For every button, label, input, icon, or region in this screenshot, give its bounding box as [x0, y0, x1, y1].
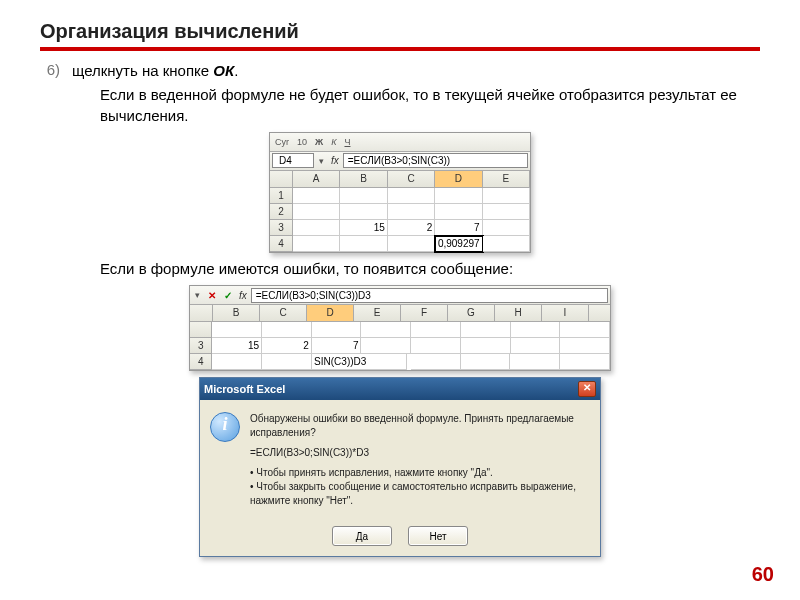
row-1[interactable]: 1 [270, 188, 293, 204]
col-f[interactable]: F [401, 305, 448, 321]
col-c[interactable]: C [260, 305, 307, 321]
row-4b[interactable]: 4 [190, 354, 212, 370]
col-b[interactable]: B [340, 171, 387, 187]
cell-b3[interactable]: 15 [340, 220, 387, 236]
dialog-title-text: Microsoft Excel [204, 383, 285, 395]
col-a[interactable]: A [293, 171, 340, 187]
col-d[interactable]: D [435, 171, 482, 187]
list-number: 6) [40, 61, 60, 78]
col-e[interactable]: E [483, 171, 530, 187]
col-g[interactable]: G [448, 305, 495, 321]
page-number: 60 [752, 563, 774, 586]
column-headers: A B C D E [270, 171, 530, 188]
column-headers-2: B C D E F G H I [190, 305, 610, 322]
dialog-message: Обнаружены ошибки во введенной формуле. … [250, 412, 590, 508]
fx-icon[interactable]: fx [237, 290, 249, 301]
cancel-icon[interactable]: ✕ [205, 290, 219, 301]
toolbar-row-partial: Cyr 10 Ж К Ч [270, 133, 530, 152]
body-line-1: щелкнуть на кнопке ОК. [72, 61, 238, 81]
name-box[interactable]: D4 [272, 153, 314, 168]
underline-icon: Ч [341, 137, 353, 147]
body-line-1a: щелкнуть на кнопке [72, 62, 213, 79]
font-size: 10 [294, 137, 310, 147]
dropdown-icon[interactable]: ▾ [192, 290, 203, 300]
col-h[interactable]: H [495, 305, 542, 321]
formula-bar-2[interactable]: =ЕСЛИ(B3>0;SIN(C3))D3 [251, 288, 608, 303]
excel-snippet-1: Cyr 10 Ж К Ч D4 ▾ fx =ЕСЛИ(B3>0;SIN(C3))… [269, 132, 531, 253]
col-c[interactable]: C [388, 171, 435, 187]
dialog-titlebar: Microsoft Excel ✕ [200, 378, 600, 400]
row-3[interactable]: 3 [270, 220, 293, 236]
bold-icon: Ж [312, 137, 326, 147]
yes-button[interactable]: Да [332, 526, 392, 546]
cell2-d4[interactable]: SIN(C3))D3 [312, 354, 407, 370]
row-2[interactable]: 2 [270, 204, 293, 220]
close-icon[interactable]: ✕ [578, 381, 596, 397]
ok-label: ОК [213, 62, 234, 79]
col-e[interactable]: E [354, 305, 401, 321]
col-d[interactable]: D [307, 305, 354, 321]
dialog-bullet-1: • Чтобы принять исправления, нажмите кно… [250, 466, 590, 480]
slide-title: Организация вычислений [40, 20, 760, 43]
italic-icon: К [328, 137, 339, 147]
error-dialog: Microsoft Excel ✕ Обнаружены ошибки во в… [199, 377, 601, 557]
col-b[interactable]: B [213, 305, 260, 321]
dialog-bullet-2: • Чтобы закрыть сообщение и самостоятель… [250, 480, 590, 508]
title-underline [40, 47, 760, 51]
cell2-c3[interactable]: 2 [262, 338, 312, 354]
info-icon [210, 412, 240, 442]
body-line-2: Если в веденной формуле не будет ошибок,… [100, 85, 760, 126]
row-3b[interactable]: 3 [190, 338, 212, 354]
cell-d4[interactable]: 0,909297 [435, 236, 482, 252]
excel-snippet-2: ▾ ✕ ✓ fx =ЕСЛИ(B3>0;SIN(C3))D3 B C D E F… [189, 285, 611, 371]
cell-c3[interactable]: 2 [388, 220, 435, 236]
body-line-3: Если в формуле имеются ошибки, то появит… [100, 259, 760, 279]
cell2-b3[interactable]: 15 [212, 338, 262, 354]
formula-bar[interactable]: =ЕСЛИ(B3>0;SIN(C3)) [343, 153, 528, 168]
row-4[interactable]: 4 [270, 236, 293, 252]
cell-d3[interactable]: 7 [435, 220, 482, 236]
col-i[interactable]: I [542, 305, 589, 321]
dialog-msg-formula: =ЕСЛИ(B3>0;SIN(C3))*D3 [250, 446, 590, 460]
cell2-d3[interactable]: 7 [312, 338, 362, 354]
dropdown-icon[interactable]: ▾ [316, 156, 327, 166]
no-button[interactable]: Нет [408, 526, 468, 546]
dialog-msg-1: Обнаружены ошибки во введенной формуле. … [250, 412, 590, 440]
enter-icon[interactable]: ✓ [221, 290, 235, 301]
font-name: Cyr [272, 137, 292, 147]
fx-icon[interactable]: fx [329, 155, 341, 166]
